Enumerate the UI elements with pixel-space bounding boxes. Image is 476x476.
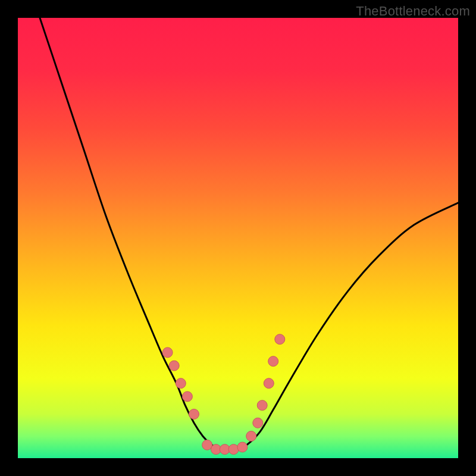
sample-dot <box>162 347 173 358</box>
chart-plot <box>18 18 458 458</box>
sample-dot <box>189 409 199 419</box>
sample-dot <box>237 442 248 452</box>
sample-dot <box>246 431 256 441</box>
sample-dot <box>253 418 263 428</box>
sample-dot <box>169 361 179 371</box>
bottleneck-curve <box>40 18 458 450</box>
sample-dot <box>268 356 278 367</box>
sample-dot <box>257 400 267 411</box>
watermark-text: TheBottleneck.com <box>356 4 470 19</box>
chart-frame <box>18 18 458 458</box>
sample-dot <box>176 378 186 389</box>
sample-dot <box>228 444 239 455</box>
sample-dot <box>182 392 192 402</box>
sample-dot <box>264 378 274 389</box>
sample-dot <box>275 334 285 345</box>
